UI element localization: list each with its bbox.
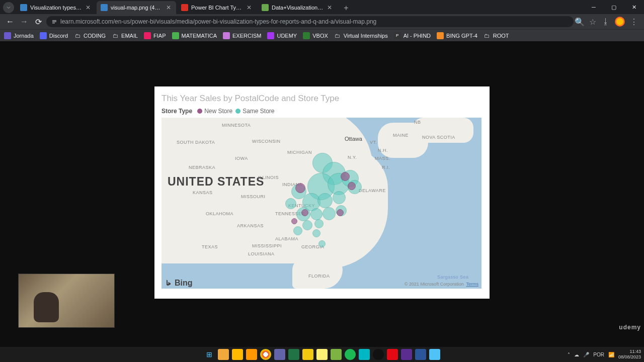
city-label: Ottawa	[345, 136, 362, 142]
favicon-icon	[181, 4, 188, 11]
tray-wifi-icon[interactable]: 📶	[608, 352, 614, 357]
legend-label: Store Type	[162, 108, 192, 115]
nav-bar: ← → ⟳ learn.microsoft.com/en-us/power-bi…	[0, 14, 644, 29]
taskbar-app[interactable]	[316, 349, 328, 360]
url-text: learn.microsoft.com/en-us/power-bi/visua…	[60, 18, 376, 25]
bookmark-item[interactable]: BING GPT-4	[437, 32, 477, 39]
close-button[interactable]: ✕	[624, 0, 644, 14]
taskbar-app[interactable]	[373, 349, 384, 360]
bookmark-item[interactable]: UDEMY	[267, 32, 297, 39]
bookmark-item[interactable]: 🗀EMAIL	[112, 32, 138, 39]
taskbar-app[interactable]	[246, 349, 257, 360]
tray-onedrive-icon[interactable]: ☁	[574, 352, 579, 357]
folder-icon: 🗀	[484, 32, 491, 39]
tab-search-button[interactable]	[3, 2, 14, 13]
folder-icon: 🗀	[74, 32, 81, 39]
bookmark-item[interactable]: 🗀CODING	[74, 32, 106, 39]
taskbar-app[interactable]	[288, 349, 299, 360]
downloads-icon[interactable]: ⭳	[602, 18, 610, 26]
tray-language[interactable]: POR	[593, 352, 604, 357]
bookmark-item[interactable]: FIAP	[144, 32, 166, 39]
bookmark-item[interactable]: MATEMATICA	[172, 32, 217, 39]
chart-title: This Year Sales by PostalCode and Store …	[162, 94, 482, 104]
taskbar-app[interactable]	[218, 349, 229, 360]
country-label: UNITED STATES	[168, 175, 264, 189]
webcam-overlay	[18, 274, 115, 328]
minimize-button[interactable]: ─	[584, 0, 604, 14]
tray-mic-icon[interactable]: 🎤	[583, 352, 589, 357]
taskbar: ⊞ ˄ ☁ 🎤 POR 📶 11:43 08/08/2023	[0, 347, 644, 362]
legend-dot-icon	[235, 109, 240, 114]
folder-icon: 🗀	[112, 32, 119, 39]
taskbar-app[interactable]	[401, 349, 412, 360]
page-content: This Year Sales by PostalCode and Store …	[0, 41, 644, 347]
folder-icon: 🗀	[334, 32, 341, 39]
legend-dot-icon	[197, 109, 202, 114]
menu-icon[interactable]: ⋮	[630, 18, 638, 26]
bookmark-item[interactable]: Discord	[40, 32, 68, 39]
taskbar-app[interactable]	[274, 349, 285, 360]
close-icon[interactable]: ✕	[327, 5, 333, 11]
map-visual: UNITED STATES Ottawa MINNESOTA SOUTH DAK…	[162, 118, 481, 289]
start-button[interactable]: ⊞	[204, 349, 215, 360]
forward-button[interactable]: →	[18, 16, 30, 28]
taskbar-app[interactable]	[302, 349, 313, 360]
tray-clock[interactable]: 11:43 08/08/2023	[618, 349, 641, 360]
tab[interactable]: Power BI Chart Types: Choosing ✕	[177, 1, 257, 14]
legend-item-same-store: Same Store	[235, 108, 274, 115]
bookmark-item[interactable]: Jornada	[4, 32, 34, 39]
profile-avatar[interactable]	[615, 17, 625, 27]
svg-rect-2	[52, 23, 55, 24]
svg-rect-0	[52, 20, 56, 21]
tab-active[interactable]: visual-map.png (400×253) ✕	[97, 1, 176, 14]
bing-icon	[165, 279, 173, 287]
taskbar-apps: ⊞	[204, 349, 440, 360]
back-button[interactable]: ←	[4, 16, 16, 28]
tray-chevron-icon[interactable]: ˄	[568, 352, 570, 357]
favicon-icon	[101, 4, 108, 11]
bookmark-item[interactable]: 🗀ROOT	[484, 32, 509, 39]
close-icon[interactable]: ✕	[86, 5, 92, 11]
zoom-icon[interactable]: 🔍	[576, 18, 584, 26]
reload-button[interactable]: ⟳	[32, 16, 44, 28]
taskbar-app[interactable]	[331, 349, 342, 360]
terms-link[interactable]: Terms	[466, 282, 479, 287]
bookmark-item[interactable]: EXERCISM	[223, 32, 261, 39]
tab-title: Data+Visualizations+-+DataCa	[272, 5, 324, 11]
bookmark-item[interactable]: PAI - PHIND	[394, 32, 431, 39]
close-icon[interactable]: ✕	[247, 5, 253, 11]
chart-legend: Store Type New Store Same Store	[162, 108, 482, 115]
legend-item-new-store: New Store	[197, 108, 232, 115]
tab-title: visual-map.png (400×253)	[111, 5, 163, 11]
taskbar-app[interactable]	[387, 349, 398, 360]
tab[interactable]: Data+Visualizations+-+DataCa ✕	[258, 1, 337, 14]
taskbar-app[interactable]	[260, 349, 271, 360]
tab[interactable]: Visualization types in Power BI ✕	[16, 1, 96, 14]
taskbar-app[interactable]	[345, 349, 356, 360]
taskbar-app[interactable]	[429, 349, 440, 360]
map-copyright: © 2021 Microsoft Corporation Terms	[405, 282, 478, 287]
new-tab-button[interactable]: +	[340, 2, 352, 14]
tab-strip: Visualization types in Power BI ✕ visual…	[0, 0, 584, 14]
maximize-button[interactable]: ▢	[604, 0, 624, 14]
svg-rect-1	[52, 22, 56, 23]
udemy-watermark: udemy	[619, 324, 641, 331]
tab-title: Visualization types in Power BI	[30, 5, 83, 11]
taskbar-app[interactable]	[415, 349, 426, 360]
favicon-icon	[20, 4, 27, 11]
address-bar[interactable]: learn.microsoft.com/en-us/power-bi/visua…	[46, 16, 574, 27]
favicon-icon	[262, 4, 269, 11]
bookmark-item[interactable]: 🗀Virtual Internships	[334, 32, 388, 39]
bookmarks-bar: Jornada Discord 🗀CODING 🗀EMAIL FIAP MATE…	[0, 29, 644, 41]
taskbar-app[interactable]	[232, 349, 243, 360]
map-attribution: Bing	[165, 279, 193, 288]
bookmark-item[interactable]: VBOX	[303, 32, 328, 39]
image-viewer: This Year Sales by PostalCode and Store …	[154, 86, 490, 299]
tab-title: Power BI Chart Types: Choosing	[191, 5, 244, 11]
close-icon[interactable]: ✕	[166, 5, 172, 11]
taskbar-app[interactable]	[359, 349, 370, 360]
site-info-icon[interactable]	[51, 19, 57, 25]
system-tray: ˄ ☁ 🎤 POR 📶 11:43 08/08/2023	[568, 349, 641, 360]
bookmark-star-icon[interactable]: ☆	[589, 18, 597, 26]
